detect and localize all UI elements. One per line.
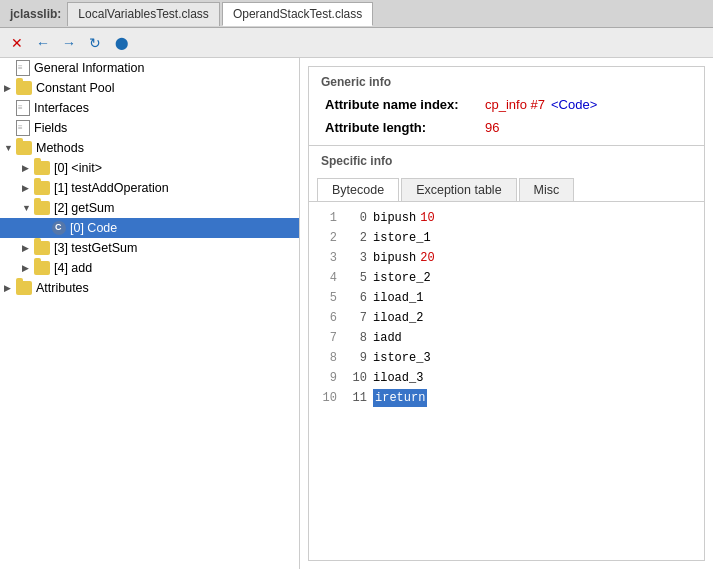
tree-item-attributes[interactable]: Attributes [0,278,299,298]
tab-bar: jclasslib: LocalVariablesTest.class Oper… [0,0,713,28]
bc-line-7: 7 8 iadd [313,328,700,348]
bc-line-3: 3 3 bipush 20 [313,248,700,268]
arrow-attributes [4,283,16,293]
icon-folder-test-get-sum [34,241,50,255]
right-tabs: Bytecode Exception table Misc [309,178,704,202]
attr-length-row: Attribute length: 96 [309,116,704,139]
icon-folder-methods [16,141,32,155]
tree-item-general-info[interactable]: General Information [0,58,299,78]
generic-info-label: Generic info [309,67,704,93]
arrow-add [22,263,34,273]
tab-local-variables[interactable]: LocalVariablesTest.class [67,2,220,26]
icon-folder-attributes [16,281,32,295]
tab-misc[interactable]: Misc [519,178,575,201]
bytecode-area: 1 0 bipush 10 2 2 istore_1 3 3 bipush [309,202,704,560]
bc-line-6: 6 7 iload_2 [313,308,700,328]
right-panel: Generic info Attribute name index: cp_in… [300,58,713,569]
bc-line-5: 5 6 iload_1 [313,288,700,308]
tree-item-add[interactable]: [4] add [0,258,299,278]
attr-length-value: 96 [485,120,499,135]
main-layout: General Information Constant Pool Interf… [0,58,713,569]
tree-item-get-sum[interactable]: [2] getSum [0,198,299,218]
home-button[interactable]: ⬤ [110,32,132,54]
arrow-test-add [22,183,34,193]
icon-folder-init [34,161,50,175]
arrow-init [22,163,34,173]
bc-line-2: 2 2 istore_1 [313,228,700,248]
left-panel: General Information Constant Pool Interf… [0,58,300,569]
forward-button[interactable]: → [58,32,80,54]
tree-item-constant-pool[interactable]: Constant Pool [0,78,299,98]
icon-folder-add [34,261,50,275]
icon-folder-get-sum [34,201,50,215]
icon-page-fields [16,120,30,136]
arrow-constant-pool [4,83,16,93]
tree-item-methods[interactable]: Methods [0,138,299,158]
tree-item-fields[interactable]: Fields [0,118,299,138]
icon-code [52,221,66,235]
tree-item-test-add[interactable]: [1] testAddOperation [0,178,299,198]
bc-line-9: 9 10 iload_3 [313,368,700,388]
tree-item-interfaces[interactable]: Interfaces [0,98,299,118]
attr-name-row: Attribute name index: cp_info #7 <Code> [309,93,704,116]
tree-item-init[interactable]: [0] <init> [0,158,299,178]
specific-info-label: Specific info [309,146,704,172]
icon-page-interfaces [16,100,30,116]
refresh-button[interactable]: ↻ [84,32,106,54]
bc-line-10: 10 11 ireturn [313,388,700,408]
icon-folder-test-add [34,181,50,195]
bc-ireturn-highlighted: ireturn [373,389,427,407]
icon-page-general-info [16,60,30,76]
arrow-test-get-sum [22,243,34,253]
tab-bytecode[interactable]: Bytecode [317,178,399,201]
close-button[interactable]: ✕ [6,32,28,54]
arrow-methods [4,143,16,153]
tab-operand-stack[interactable]: OperandStackTest.class [222,2,373,26]
bc-line-1: 1 0 bipush 10 [313,208,700,228]
tab-exception-table[interactable]: Exception table [401,178,516,201]
bc-line-8: 8 9 istore_3 [313,348,700,368]
tree-item-code[interactable]: [0] Code [0,218,299,238]
attr-name-link[interactable]: cp_info #7 [485,97,545,112]
attr-name-label: Attribute name index: [325,97,485,112]
tree-item-test-get-sum[interactable]: [3] testGetSum [0,238,299,258]
bc-line-4: 4 5 istore_2 [313,268,700,288]
attr-name-code: <Code> [551,97,597,112]
attr-length-label: Attribute length: [325,120,485,135]
toolbar: ✕ ← → ↻ ⬤ [0,28,713,58]
arrow-get-sum [22,203,34,213]
app-label: jclasslib: [4,7,67,21]
icon-folder-constant-pool [16,81,32,95]
back-button[interactable]: ← [32,32,54,54]
